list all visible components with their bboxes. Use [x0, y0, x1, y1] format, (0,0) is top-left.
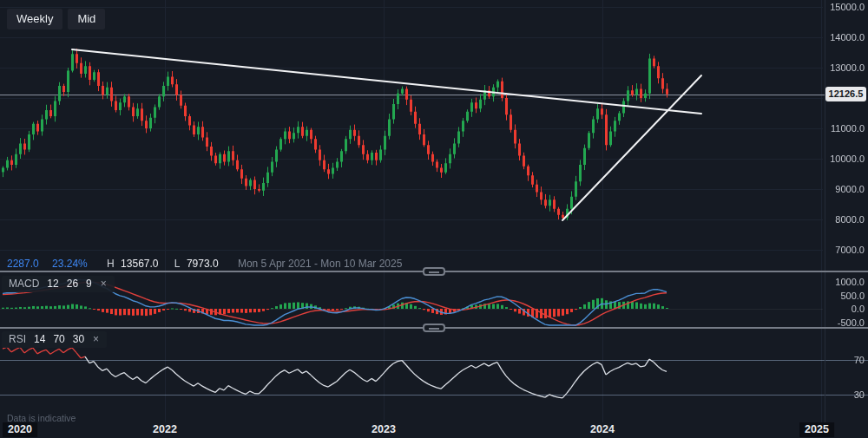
range-low-label: L	[174, 258, 181, 270]
rsi-label: RSI	[9, 334, 26, 344]
last-price-badge: 12126.5	[825, 87, 866, 101]
data-indicative-note: Data is indicative	[7, 413, 76, 423]
time-axis[interactable]: 20202022202320242025	[0, 422, 868, 438]
rsi-overbought-param: 70	[53, 334, 64, 344]
price-axis-label: 14000.0	[830, 31, 865, 43]
macd-axis-label: 0.0	[852, 303, 865, 315]
price-axis-label: 15000.0	[830, 1, 865, 13]
time-axis-label: 2022	[148, 422, 182, 437]
range-low-value: 7973.0	[187, 258, 219, 270]
range-stats-bar: 2287.0 23.24% H 13567.0 L 7973.0 Mon 5 A…	[7, 257, 402, 270]
time-axis-label: 2025	[799, 422, 834, 437]
chart-toolbar: Weekly Mid	[7, 9, 105, 29]
macd-axis-label: 500.0	[840, 290, 865, 302]
price-axis-label: 11000.0	[831, 122, 865, 134]
range-change-percent: 23.24%	[52, 258, 88, 270]
range-change-value: 2287.0	[7, 258, 39, 270]
macd-slow-param: 26	[67, 278, 78, 289]
rsi-oversold-param: 30	[73, 334, 84, 344]
macd-panel-resize-divider[interactable]	[0, 271, 868, 272]
range-dates: Mon 5 Apr 2021 - Mon 10 Mar 2025	[238, 258, 402, 270]
macd-signal-param: 9	[86, 278, 92, 289]
price-axis-label: 13000.0	[830, 62, 865, 74]
price-axis[interactable]: 15000.014000.013000.012000.011000.010000…	[825, 0, 868, 422]
trading-chart-window: Weekly Mid 2287.0 23.24% H 13567.0 L 797…	[0, 0, 868, 438]
rsi-indicator-legend: RSI 14 70 30 ×	[2, 331, 107, 348]
panel-resize-handle[interactable]	[423, 267, 445, 276]
time-axis-label: 2023	[366, 422, 401, 437]
price-axis-label: 8000.0	[835, 213, 865, 226]
rsi-close-icon[interactable]: ×	[93, 334, 99, 344]
time-axis-label: 2020	[3, 422, 37, 437]
price-axis-label: 9000.0	[835, 183, 865, 195]
price-type-button[interactable]: Mid	[68, 9, 105, 29]
rsi-axis-label: 30	[854, 389, 865, 401]
rsi-panel-resize-divider[interactable]	[0, 327, 868, 329]
range-high-value: 13567.0	[121, 258, 158, 270]
rsi-panel-canvas[interactable]	[0, 329, 868, 422]
panel-resize-handle[interactable]	[423, 324, 445, 332]
macd-indicator-legend: MACD 12 26 9 ×	[2, 276, 115, 292]
macd-label: MACD	[9, 278, 39, 289]
range-high-label: H	[107, 258, 115, 270]
time-axis-label: 2024	[585, 422, 620, 437]
rsi-period-param: 14	[34, 334, 45, 344]
price-chart-canvas[interactable]	[0, 0, 868, 271]
rsi-axis-label: 70	[854, 354, 865, 366]
price-axis-label: 7000.0	[835, 244, 865, 256]
macd-close-icon[interactable]: ×	[101, 278, 107, 289]
macd-axis-label: 1000.0	[835, 276, 865, 288]
price-axis-label: 10000.0	[830, 153, 865, 165]
macd-panel-canvas[interactable]	[0, 272, 868, 327]
timeframe-button[interactable]: Weekly	[7, 9, 62, 29]
macd-fast-param: 12	[47, 278, 58, 289]
